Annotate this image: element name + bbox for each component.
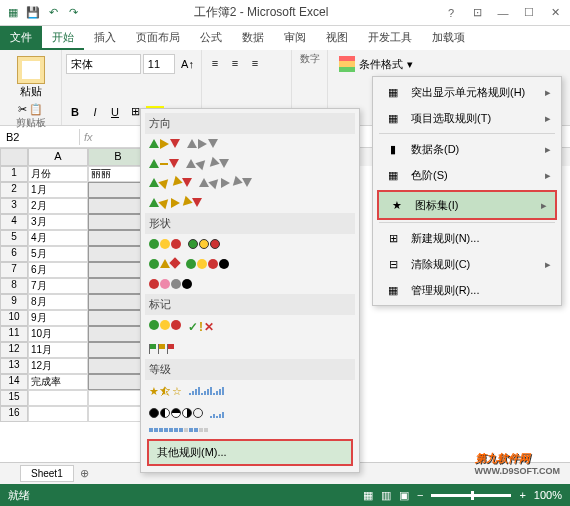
cell[interactable]: 1月: [28, 182, 88, 198]
ribbon-toggle-icon[interactable]: ⊡: [466, 4, 488, 22]
iconset-5boxes[interactable]: [147, 426, 210, 434]
increase-font-icon[interactable]: A↑: [177, 55, 197, 73]
cell[interactable]: 4月: [28, 230, 88, 246]
select-all[interactable]: [0, 148, 28, 166]
cell[interactable]: [88, 262, 148, 278]
cell[interactable]: 丽丽: [88, 166, 148, 182]
row-header[interactable]: 4: [0, 214, 28, 230]
font-select[interactable]: 宋体: [66, 54, 141, 74]
iconset-4trafficlights[interactable]: [184, 257, 231, 271]
view-layout-icon[interactable]: ▥: [381, 489, 391, 502]
tab-review[interactable]: 审阅: [274, 26, 316, 50]
tab-data[interactable]: 数据: [232, 26, 274, 50]
cell[interactable]: [28, 406, 88, 422]
tab-addin[interactable]: 加载项: [422, 26, 475, 50]
iconset-4arrows-color[interactable]: [147, 176, 194, 190]
cut-icon[interactable]: ✂: [18, 103, 27, 116]
iconset-5bars-2[interactable]: [208, 406, 226, 420]
iconset-3symbols-circled[interactable]: [147, 318, 183, 336]
sheet-tab-1[interactable]: Sheet1: [20, 465, 74, 482]
cell[interactable]: [28, 390, 88, 406]
row-header[interactable]: 7: [0, 262, 28, 278]
help-icon[interactable]: ?: [440, 4, 462, 22]
cell[interactable]: 8月: [28, 294, 88, 310]
tab-formula[interactable]: 公式: [190, 26, 232, 50]
cell[interactable]: 月份: [28, 166, 88, 182]
cell[interactable]: [88, 374, 148, 390]
copy-icon[interactable]: 📋: [29, 103, 43, 116]
iconset-3stars[interactable]: ★⯪☆: [147, 383, 184, 400]
col-header-b[interactable]: B: [88, 148, 148, 166]
iconset-3arrows-color[interactable]: [147, 137, 182, 151]
tab-view[interactable]: 视图: [316, 26, 358, 50]
align-top-icon[interactable]: ≡: [206, 54, 224, 72]
cell[interactable]: [88, 246, 148, 262]
row-header[interactable]: 15: [0, 390, 28, 406]
iconset-4arrows-gray[interactable]: [184, 157, 231, 170]
cell[interactable]: [88, 214, 148, 230]
cell[interactable]: [88, 230, 148, 246]
cell[interactable]: [88, 294, 148, 310]
add-sheet-icon[interactable]: ⊕: [74, 467, 95, 480]
size-select[interactable]: 11: [143, 54, 175, 74]
italic-button[interactable]: I: [86, 103, 104, 121]
row-header[interactable]: 1: [0, 166, 28, 182]
cell[interactable]: 6月: [28, 262, 88, 278]
cell[interactable]: [88, 198, 148, 214]
align-mid-icon[interactable]: ≡: [226, 54, 244, 72]
cell[interactable]: 10月: [28, 326, 88, 342]
close-icon[interactable]: ✕: [544, 4, 566, 22]
redo-icon[interactable]: ↷: [64, 4, 82, 22]
cell[interactable]: 7月: [28, 278, 88, 294]
paste-button[interactable]: 粘贴: [4, 52, 57, 103]
minimize-icon[interactable]: —: [492, 4, 514, 22]
row-header[interactable]: 16: [0, 406, 28, 422]
cell[interactable]: 3月: [28, 214, 88, 230]
iconset-3trafficlights-rimmed[interactable]: [186, 237, 222, 251]
iconset-redtoblack[interactable]: [147, 277, 194, 291]
cf-colorscale[interactable]: ▦ 色阶(S) ▸: [375, 162, 559, 188]
cf-clear-rules[interactable]: ⊟ 清除规则(C) ▸: [375, 251, 559, 277]
save-icon[interactable]: 💾: [24, 4, 42, 22]
zoom-out-icon[interactable]: −: [417, 489, 423, 501]
row-header[interactable]: 2: [0, 182, 28, 198]
tab-layout[interactable]: 页面布局: [126, 26, 190, 50]
zoom-in-icon[interactable]: +: [519, 489, 525, 501]
cell[interactable]: [88, 358, 148, 374]
cell[interactable]: [88, 182, 148, 198]
iconset-5arrows-color[interactable]: [147, 196, 204, 210]
cf-manage-rules[interactable]: ▦ 管理规则(R)...: [375, 277, 559, 303]
zoom-value[interactable]: 100%: [534, 489, 562, 501]
iconset-3trafficlights[interactable]: [147, 237, 183, 251]
tab-home[interactable]: 开始: [42, 26, 84, 50]
cf-highlight-rules[interactable]: ▦ 突出显示单元格规则(H) ▸: [375, 79, 559, 105]
cell[interactable]: 11月: [28, 342, 88, 358]
view-normal-icon[interactable]: ▦: [363, 489, 373, 502]
cell[interactable]: 5月: [28, 246, 88, 262]
cell[interactable]: [88, 310, 148, 326]
align-bot-icon[interactable]: ≡: [246, 54, 264, 72]
row-header[interactable]: 10: [0, 310, 28, 326]
row-header[interactable]: 12: [0, 342, 28, 358]
iconset-5bars[interactable]: [187, 383, 226, 400]
cf-databar[interactable]: ▮ 数据条(D) ▸: [375, 136, 559, 162]
row-header[interactable]: 8: [0, 278, 28, 294]
iconset-3signs[interactable]: [147, 257, 181, 271]
iconset-3symbols[interactable]: ✓!✕: [186, 318, 216, 336]
cell[interactable]: 9月: [28, 310, 88, 326]
maximize-icon[interactable]: ☐: [518, 4, 540, 22]
fx-icon[interactable]: fx: [84, 131, 93, 143]
iconset-5quarters[interactable]: [147, 406, 205, 420]
row-header[interactable]: 14: [0, 374, 28, 390]
iconset-3arrows-gray[interactable]: [185, 137, 220, 151]
conditional-format-button[interactable]: 条件格式 ▾: [332, 52, 566, 76]
col-header-a[interactable]: A: [28, 148, 88, 166]
iconset-3flags[interactable]: [147, 342, 177, 356]
underline-button[interactable]: U: [106, 103, 124, 121]
cf-top-rules[interactable]: ▦ 项目选取规则(T) ▸: [375, 105, 559, 131]
cell[interactable]: 12月: [28, 358, 88, 374]
bold-button[interactable]: B: [66, 103, 84, 121]
cell[interactable]: [88, 326, 148, 342]
undo-icon[interactable]: ↶: [44, 4, 62, 22]
row-header[interactable]: 3: [0, 198, 28, 214]
